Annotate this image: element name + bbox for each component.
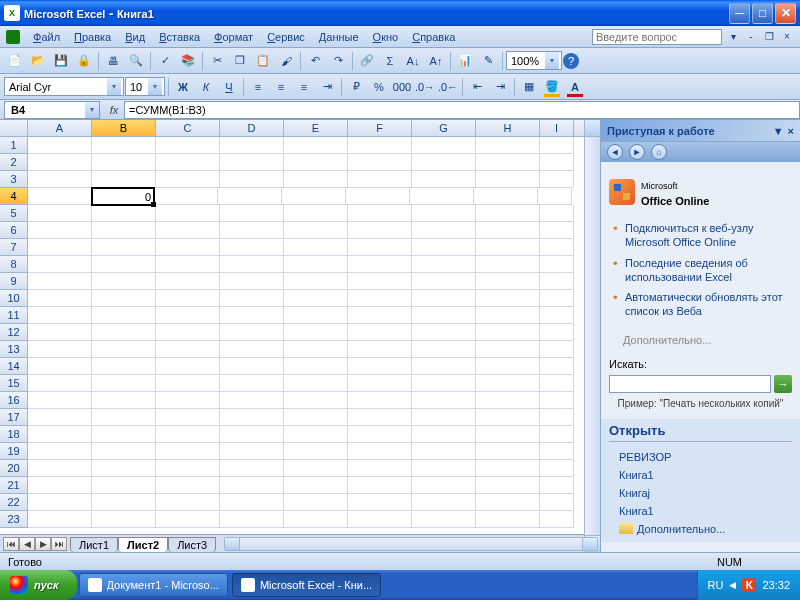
cell-G18[interactable]: [412, 426, 476, 443]
row-header-20[interactable]: 20: [0, 460, 28, 477]
cell-I10[interactable]: [540, 290, 574, 307]
cell-C5[interactable]: [156, 205, 220, 222]
select-all-corner[interactable]: [0, 120, 28, 136]
task-pane-back-icon[interactable]: ◄: [607, 144, 623, 160]
cell-D9[interactable]: [220, 273, 284, 290]
cell-C11[interactable]: [156, 307, 220, 324]
cell-I17[interactable]: [540, 409, 574, 426]
cell-H21[interactable]: [476, 477, 540, 494]
cell-A16[interactable]: [28, 392, 92, 409]
cell-H23[interactable]: [476, 511, 540, 528]
recent-file-link[interactable]: Книгај: [619, 484, 792, 502]
cell-E4[interactable]: [282, 188, 346, 205]
cell-D3[interactable]: [220, 171, 284, 188]
row-header-10[interactable]: 10: [0, 290, 28, 307]
cell-A18[interactable]: [28, 426, 92, 443]
tab-last-button[interactable]: ⏭: [51, 537, 67, 551]
borders-icon[interactable]: ▦: [518, 76, 540, 98]
row-header-1[interactable]: 1: [0, 137, 28, 154]
cell-I7[interactable]: [540, 239, 574, 256]
cell-C21[interactable]: [156, 477, 220, 494]
cell-B1[interactable]: [92, 137, 156, 154]
cell-E2[interactable]: [284, 154, 348, 171]
row-header-4[interactable]: 4: [0, 188, 28, 205]
cell-G1[interactable]: [412, 137, 476, 154]
col-header-I[interactable]: I: [540, 120, 574, 136]
cell-A22[interactable]: [28, 494, 92, 511]
cell-H22[interactable]: [476, 494, 540, 511]
cell-A9[interactable]: [28, 273, 92, 290]
cell-I11[interactable]: [540, 307, 574, 324]
cell-C7[interactable]: [156, 239, 220, 256]
cell-F5[interactable]: [348, 205, 412, 222]
cell-H8[interactable]: [476, 256, 540, 273]
mdi-close-button[interactable]: ×: [780, 30, 794, 44]
row-header-22[interactable]: 22: [0, 494, 28, 511]
cell-F4[interactable]: [346, 188, 410, 205]
cell-C9[interactable]: [156, 273, 220, 290]
cell-D6[interactable]: [220, 222, 284, 239]
research-icon[interactable]: 📚: [177, 50, 199, 72]
cell-A3[interactable]: [28, 171, 92, 188]
cell-I3[interactable]: [540, 171, 574, 188]
paste-icon[interactable]: 📋: [252, 50, 274, 72]
cell-D12[interactable]: [220, 324, 284, 341]
decrease-indent-icon[interactable]: ⇤: [466, 76, 488, 98]
cell-D17[interactable]: [220, 409, 284, 426]
tab-next-button[interactable]: ▶: [35, 537, 51, 551]
cut-icon[interactable]: ✂: [206, 50, 228, 72]
task-pane-menu-icon[interactable]: ▼: [773, 125, 784, 137]
cell-I13[interactable]: [540, 341, 574, 358]
office-online-link[interactable]: Подключиться к веб-узлу Microsoft Office…: [613, 218, 792, 253]
cell-H18[interactable]: [476, 426, 540, 443]
cell-H7[interactable]: [476, 239, 540, 256]
cell-G2[interactable]: [412, 154, 476, 171]
drawing-icon[interactable]: ✎: [477, 50, 499, 72]
minimize-button[interactable]: ─: [729, 3, 750, 24]
cell-I16[interactable]: [540, 392, 574, 409]
cell-G9[interactable]: [412, 273, 476, 290]
cell-G5[interactable]: [412, 205, 476, 222]
cell-F18[interactable]: [348, 426, 412, 443]
cell-B16[interactable]: [92, 392, 156, 409]
recent-file-link[interactable]: Книга1: [619, 502, 792, 520]
cell-E17[interactable]: [284, 409, 348, 426]
cell-G17[interactable]: [412, 409, 476, 426]
col-header-H[interactable]: H: [476, 120, 540, 136]
open-icon[interactable]: 📂: [27, 50, 49, 72]
cell-D20[interactable]: [220, 460, 284, 477]
cell-H14[interactable]: [476, 358, 540, 375]
cell-B2[interactable]: [92, 154, 156, 171]
row-header-13[interactable]: 13: [0, 341, 28, 358]
cell-E23[interactable]: [284, 511, 348, 528]
cell-G12[interactable]: [412, 324, 476, 341]
col-header-G[interactable]: G: [412, 120, 476, 136]
cell-I1[interactable]: [540, 137, 574, 154]
cell-G10[interactable]: [412, 290, 476, 307]
cell-B19[interactable]: [92, 443, 156, 460]
cell-H11[interactable]: [476, 307, 540, 324]
cell-F10[interactable]: [348, 290, 412, 307]
horizontal-scrollbar[interactable]: [224, 537, 598, 551]
cell-C2[interactable]: [156, 154, 220, 171]
cell-A5[interactable]: [28, 205, 92, 222]
cell-G21[interactable]: [412, 477, 476, 494]
cell-A15[interactable]: [28, 375, 92, 392]
cell-D18[interactable]: [220, 426, 284, 443]
increase-decimal-icon[interactable]: .0→: [414, 76, 436, 98]
cell-D10[interactable]: [220, 290, 284, 307]
cell-C18[interactable]: [156, 426, 220, 443]
recent-file-link[interactable]: РЕВИЗОР: [619, 448, 792, 466]
cell-F9[interactable]: [348, 273, 412, 290]
row-header-12[interactable]: 12: [0, 324, 28, 341]
cell-H4[interactable]: [474, 188, 538, 205]
cell-H9[interactable]: [476, 273, 540, 290]
row-header-6[interactable]: 6: [0, 222, 28, 239]
task-pane-search-go-button[interactable]: →: [774, 375, 792, 393]
menu-Файл[interactable]: Файл: [26, 29, 67, 45]
hyperlink-icon[interactable]: 🔗: [356, 50, 378, 72]
cell-F6[interactable]: [348, 222, 412, 239]
sheet-tab-Лист3[interactable]: Лист3: [168, 537, 216, 552]
cell-D7[interactable]: [220, 239, 284, 256]
cell-F2[interactable]: [348, 154, 412, 171]
